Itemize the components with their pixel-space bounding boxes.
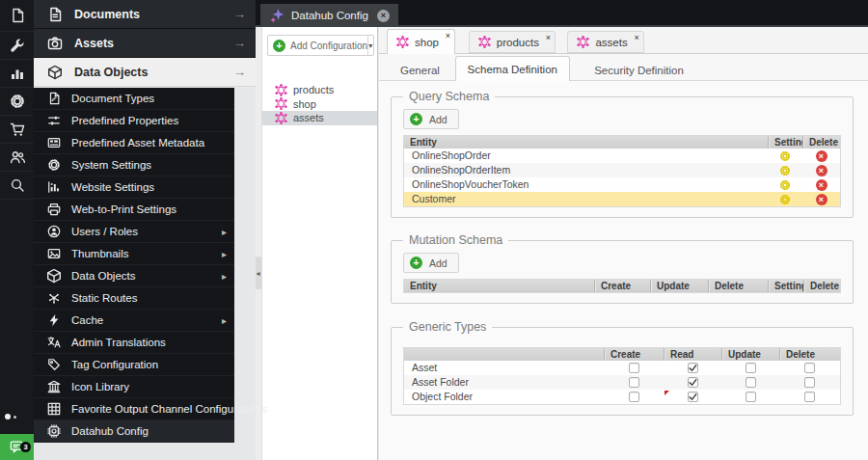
accordion-header-assets[interactable]: Assets→ [34, 29, 256, 58]
column-header-update[interactable]: Update [650, 280, 708, 292]
checkbox-unchecked[interactable] [804, 377, 815, 388]
checkbox-unchecked[interactable] [746, 363, 756, 373]
menu-item-predefined-asset-metadata[interactable]: Predefined Asset Metadata [34, 132, 234, 154]
accordion-header-data-objects[interactable]: Data Objects→ [34, 58, 256, 87]
settings-gear-icon[interactable] [779, 194, 791, 205]
menu-item-web-to-print-settings[interactable]: Web-to-Print Settings [34, 199, 234, 221]
tree-item-label: assets [293, 112, 324, 123]
column-header-entity[interactable]: Entity [404, 136, 768, 149]
checkbox-unchecked[interactable] [804, 392, 815, 402]
column-header-delete[interactable]: Delete [802, 136, 840, 149]
accordion-header-documents[interactable]: Documents→ [34, 0, 256, 29]
sidebar-collapse-strip: ◂ [256, 27, 262, 460]
checkbox-unchecked[interactable] [629, 377, 639, 388]
column-header-delete[interactable]: Delete [803, 280, 840, 292]
rail-document-button[interactable] [0, 0, 34, 32]
menu-item-cache[interactable]: Cache▸ [34, 310, 234, 332]
rail-users-button[interactable] [0, 144, 34, 172]
tools-icon [10, 38, 25, 53]
config-tree-item-assets[interactable]: assets [262, 111, 377, 125]
close-tab-icon[interactable]: × [546, 34, 551, 42]
generic-types-row-asset-folder[interactable]: Asset Folder [404, 375, 840, 390]
subtab-security-definition[interactable]: Security Definition [583, 60, 695, 81]
menu-item-favorite-output-channel-configurations[interactable]: Favorite Output Channel Configurations [34, 398, 234, 420]
rail-ecommerce-button[interactable] [0, 116, 34, 144]
delete-icon[interactable]: × [816, 165, 827, 176]
rail-settings-button[interactable] [0, 88, 34, 116]
column-header-read[interactable]: Read [664, 348, 721, 361]
column-header-create[interactable]: Create [604, 348, 664, 361]
query-schema-row-Customer[interactable]: Customer× [404, 192, 840, 206]
column-header-blank[interactable] [404, 348, 604, 361]
settings-gear-icon[interactable] [779, 150, 791, 162]
users-icon [10, 149, 25, 165]
generic-types-row-object-folder[interactable]: Object Folder [404, 390, 840, 404]
menu-item-document-types[interactable]: Document Types [34, 88, 234, 110]
column-header-update[interactable]: Update [721, 348, 779, 361]
definition-tab-strip: GeneralSchema DefinitionSecurity Definit… [379, 54, 868, 81]
close-tab-icon[interactable]: × [634, 34, 638, 42]
tab-datahub-config[interactable]: Datahub Config × [260, 4, 398, 27]
column-header-delete[interactable]: Delete [708, 280, 768, 292]
checkbox-checked[interactable] [688, 363, 698, 373]
config-tab-products[interactable]: products× [469, 31, 556, 53]
menu-item-static-routes[interactable]: Static Routes [34, 287, 234, 310]
menu-item-thumbnails[interactable]: Thumbnails▸ [34, 243, 234, 265]
config-tab-assets[interactable]: assets× [567, 31, 643, 53]
query-schema-row-OnlineShopOrderItem[interactable]: OnlineShopOrderItem× [404, 163, 840, 177]
checkbox-unchecked[interactable] [746, 377, 756, 388]
menu-item-system-settings[interactable]: System Settings [34, 154, 234, 176]
menu-item-users-roles[interactable]: Users / Roles▸ [34, 221, 234, 243]
grid-header-row: CreateReadUpdateDelete [404, 348, 840, 361]
add-configuration-button[interactable]: + Add Configuration ▾ [267, 35, 374, 56]
subtab-general[interactable]: General [389, 60, 451, 81]
query-schema-row-OnlineShopOrder[interactable]: OnlineShopOrder× [404, 149, 840, 163]
column-header-settings[interactable]: Settings [768, 280, 803, 292]
menu-item-predefined-properties[interactable]: Predefined Properties [34, 110, 234, 132]
menu-item-datahub-config[interactable]: Datahub Config [34, 420, 234, 443]
column-header-entity[interactable]: Entity [404, 280, 594, 292]
column-header-delete[interactable]: Delete [779, 348, 840, 361]
delete-icon[interactable]: × [816, 194, 827, 205]
menu-item-data-objects[interactable]: Data Objects▸ [34, 265, 234, 287]
chevron-down-icon[interactable]: ▾ [367, 41, 373, 50]
menu-item-icon-library[interactable]: Icon Library [34, 376, 234, 398]
mutation-schema-add-button[interactable]: + Add [403, 253, 459, 273]
accordion-label: Data Objects [74, 66, 233, 79]
sparkle-icon [269, 8, 285, 23]
config-tree-item-shop[interactable]: shop [262, 97, 377, 112]
library-icon [46, 380, 62, 393]
column-header-create[interactable]: Create [594, 280, 650, 292]
menu-item-label: Datahub Config [71, 425, 227, 437]
query-schema-row-OnlineShopVoucherToken[interactable]: OnlineShopVoucherToken× [404, 177, 840, 192]
menu-item-label: Favorite Output Channel Configurations [71, 403, 267, 415]
query-schema-add-button[interactable]: + Add [403, 109, 459, 129]
subtab-schema-definition[interactable]: Schema Definition [455, 56, 570, 82]
delete-icon[interactable]: × [816, 150, 827, 162]
settings-gear-icon[interactable] [779, 165, 791, 176]
rail-tools-button[interactable] [0, 32, 34, 60]
close-icon[interactable]: × [377, 10, 390, 22]
checkbox-unchecked[interactable] [746, 392, 756, 402]
settings-gear-icon[interactable] [779, 179, 791, 191]
column-header-settings[interactable]: Settings [768, 136, 802, 149]
generic-types-row-asset[interactable]: Asset [404, 361, 840, 375]
rail-search-button[interactable] [0, 172, 34, 200]
grid-cell [721, 390, 779, 404]
checkbox-unchecked[interactable] [629, 363, 639, 373]
document-icon [10, 8, 25, 23]
delete-icon[interactable]: × [816, 179, 827, 191]
menu-item-label: Static Routes [71, 292, 227, 304]
close-tab-icon[interactable]: × [446, 32, 450, 41]
checkbox-checked[interactable] [688, 377, 698, 388]
rail-reports-button[interactable] [0, 60, 34, 88]
notifications-button[interactable]: 3 [0, 434, 34, 460]
checkbox-unchecked[interactable] [804, 363, 815, 373]
menu-item-tag-configuration[interactable]: Tag Configuration [34, 354, 234, 376]
checkbox-checked[interactable] [688, 392, 698, 402]
config-tree-item-products[interactable]: products [262, 83, 377, 97]
checkbox-unchecked[interactable] [629, 392, 639, 402]
config-tab-shop[interactable]: shop× [387, 29, 455, 54]
menu-item-website-settings[interactable]: Website Settings [34, 176, 234, 199]
menu-item-admin-translations[interactable]: Admin Translations [34, 332, 234, 354]
